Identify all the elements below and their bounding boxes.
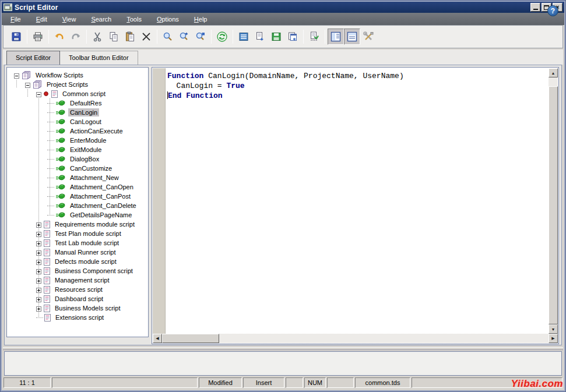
- collapse-icon[interactable]: [25, 82, 30, 87]
- load-script-icon[interactable]: [252, 29, 268, 45]
- menu-help[interactable]: Help: [189, 15, 213, 24]
- code-editor[interactable]: Function CanLogin(DomainName, ProjectNam…: [166, 68, 549, 334]
- expand-icon[interactable]: [36, 269, 41, 274]
- go-icon[interactable]: [214, 29, 230, 45]
- tab-script-editor[interactable]: Script Editor: [6, 51, 60, 65]
- tree-connector: [47, 215, 54, 216]
- menu-view[interactable]: View: [57, 15, 82, 24]
- save-icon[interactable]: [8, 29, 24, 45]
- find-next-icon[interactable]: [176, 29, 192, 45]
- tree-item-label[interactable]: Business Component script: [53, 267, 135, 275]
- tree-item-label[interactable]: DefaultRes: [68, 99, 103, 107]
- horizontal-scrollbar[interactable]: ◀ ▶: [153, 334, 558, 343]
- tree-item-label[interactable]: Manual Runner script: [53, 248, 118, 256]
- tree-connector: [47, 103, 54, 104]
- delete-icon[interactable]: [138, 29, 154, 45]
- apply-script-icon[interactable]: [284, 29, 301, 45]
- horizontal-scrollbar-thumb[interactable]: [162, 334, 219, 343]
- tree-item-label[interactable]: ActionCanExecute: [68, 127, 125, 135]
- expand-icon[interactable]: [36, 222, 41, 227]
- tree-row: EnterModule: [7, 136, 148, 145]
- field-list-icon[interactable]: [235, 29, 252, 45]
- menu-edit[interactable]: Edit: [31, 15, 52, 24]
- menu-file[interactable]: File: [5, 15, 26, 24]
- tree-item-label[interactable]: Test Lab module script: [53, 239, 121, 247]
- expand-icon[interactable]: [36, 259, 41, 264]
- tree-item-label[interactable]: ExitModule: [68, 146, 103, 154]
- undo-icon[interactable]: [51, 29, 68, 45]
- tree-item-label[interactable]: Requirements module script: [53, 220, 136, 228]
- tree-item-label[interactable]: Attachment_New: [68, 174, 121, 182]
- expand-icon[interactable]: [36, 231, 41, 236]
- scroll-right-button[interactable]: ▶: [549, 334, 558, 343]
- vertical-scrollbar[interactable]: ▲ ▼: [549, 68, 558, 334]
- scroll-left-button[interactable]: ◀: [153, 334, 162, 343]
- expand-icon[interactable]: [36, 278, 41, 283]
- menu-options[interactable]: Options: [152, 15, 184, 24]
- print-icon[interactable]: [30, 29, 46, 45]
- syntax-check-icon[interactable]: [306, 29, 322, 45]
- tree-connector: [47, 196, 54, 197]
- tree-item-label[interactable]: Defects module script: [53, 257, 118, 266]
- save-all-icon[interactable]: [268, 29, 284, 45]
- function-comet-icon: [55, 156, 65, 163]
- tree-item-label[interactable]: EnterModule: [68, 136, 108, 144]
- scroll-down-button[interactable]: ▼: [549, 324, 558, 334]
- tree-row: Dashboard script: [7, 294, 148, 303]
- tree-item-label[interactable]: Extensions script: [54, 313, 106, 322]
- title-bar[interactable]: Script Editor ×: [2, 2, 564, 13]
- find-replace-icon[interactable]: [192, 29, 209, 45]
- expand-icon[interactable]: [36, 241, 41, 246]
- copy-icon[interactable]: [106, 29, 122, 45]
- tree-item-label[interactable]: DialogBox: [68, 155, 101, 163]
- menu-search[interactable]: Search: [86, 15, 117, 24]
- tree-item-label[interactable]: Attachment_CanPost: [68, 192, 132, 200]
- tree-item-label[interactable]: Attachment_CanDelete: [68, 202, 138, 210]
- tree-row: Business Component script: [7, 266, 148, 276]
- tree-item-label[interactable]: Common script: [61, 90, 107, 98]
- tree-item-label[interactable]: Management script: [53, 276, 111, 284]
- collapse-icon[interactable]: [14, 73, 19, 78]
- scroll-up-button[interactable]: ▲: [549, 68, 558, 77]
- tree-item-label[interactable]: Project Scripts: [45, 80, 90, 89]
- tree-item-label[interactable]: CanLogin: [68, 108, 99, 116]
- find-icon[interactable]: [160, 29, 176, 45]
- collapse-icon[interactable]: [36, 91, 41, 97]
- expand-icon[interactable]: [36, 296, 41, 302]
- tree-connector: [47, 178, 54, 178]
- tree-item-label[interactable]: Attachment_CanOpen: [68, 183, 135, 191]
- show-tree-icon[interactable]: [328, 29, 344, 45]
- menu-tools[interactable]: Tools: [121, 15, 147, 24]
- horizontal-splitter[interactable]: [3, 347, 563, 350]
- expand-icon[interactable]: [36, 287, 41, 292]
- paste-icon[interactable]: [122, 29, 138, 45]
- minimize-button[interactable]: [530, 3, 540, 12]
- tree-item-label[interactable]: Resources script: [53, 285, 104, 294]
- function-comet-icon: [55, 165, 65, 172]
- tree-item-label[interactable]: Dashboard script: [53, 295, 105, 303]
- script-doc-icon: [44, 267, 50, 275]
- expand-icon[interactable]: [36, 250, 41, 255]
- tree-row: Attachment_CanOpen: [7, 182, 148, 192]
- help-icon[interactable]: ?: [547, 5, 558, 16]
- code-editor-pane: Function CanLogin(DomainName, ProjectNam…: [152, 67, 559, 344]
- tab-toolbar-button-editor[interactable]: Toolbar Button Editor: [60, 51, 138, 65]
- tree-item-label[interactable]: GetDetailsPageName: [68, 211, 133, 219]
- script-doc-icon: [44, 277, 50, 284]
- tree-item-label[interactable]: Business Models script: [53, 304, 122, 312]
- tree-item-label[interactable]: Test Plan module script: [53, 229, 123, 238]
- show-messages-icon[interactable]: [344, 29, 360, 45]
- tree-row: CanCustomize: [7, 164, 148, 173]
- redo-icon[interactable]: [68, 29, 84, 45]
- expand-icon[interactable]: [36, 306, 41, 311]
- keyword-token: True: [226, 82, 244, 90]
- tree-item-label[interactable]: CanLogout: [68, 118, 103, 126]
- properties-icon[interactable]: [360, 29, 377, 45]
- tree-item-label[interactable]: Workflow Scripts: [34, 71, 85, 79]
- toolbar-separator: [27, 30, 27, 44]
- cut-icon[interactable]: [89, 29, 106, 45]
- vertical-scrollbar-thumb[interactable]: [549, 86, 558, 324]
- tree-item-label[interactable]: CanCustomize: [68, 164, 114, 172]
- script-doc-icon: [44, 258, 50, 266]
- status-panel: common.tds: [355, 377, 410, 388]
